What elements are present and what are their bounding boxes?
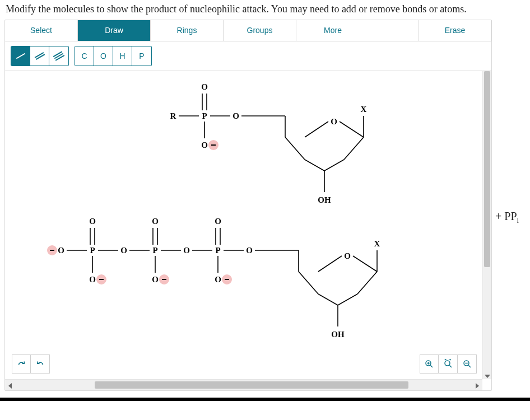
triple-bond-button[interactable] xyxy=(49,46,68,66)
page-footer-line xyxy=(0,398,530,401)
zoom-in-button[interactable] xyxy=(420,354,439,374)
canvas-area: R P O O O xyxy=(5,71,491,390)
single-bond-icon xyxy=(13,49,27,63)
svg-line-44 xyxy=(449,365,452,367)
negative-charge-icon xyxy=(208,140,218,150)
redo-icon xyxy=(16,359,26,369)
scroll-right-arrow-icon[interactable] xyxy=(476,383,479,389)
atom-o: O xyxy=(152,217,159,226)
atom-x: X xyxy=(374,239,380,248)
svg-line-40 xyxy=(430,365,433,367)
vertical-scrollbar[interactable] xyxy=(482,71,491,379)
atom-p: P xyxy=(202,111,207,120)
atom-o: O xyxy=(215,217,221,226)
ppi-text: PP xyxy=(504,210,517,222)
element-button-group: C O H P xyxy=(75,46,152,66)
negative-charge-icon xyxy=(96,274,106,284)
plus-sign: + xyxy=(495,210,504,222)
scroll-down-arrow-icon[interactable] xyxy=(485,375,490,378)
atom-o-neg: O xyxy=(89,275,96,284)
element-h-button[interactable]: H xyxy=(113,46,132,66)
svg-line-46 xyxy=(468,365,471,367)
redo-button[interactable] xyxy=(12,354,31,374)
tab-select[interactable]: Select xyxy=(5,20,78,41)
atom-o-ring: O xyxy=(331,117,337,126)
ppi-subscript: i xyxy=(517,216,519,225)
atom-o: O xyxy=(183,246,190,255)
molecule-svg: R P O O O xyxy=(5,71,481,374)
zoom-fit-icon xyxy=(443,359,453,369)
undo-button[interactable] xyxy=(31,354,50,374)
tab-groups[interactable]: Groups xyxy=(224,20,296,41)
element-p-button[interactable]: P xyxy=(132,46,151,66)
horizontal-scroll-thumb[interactable] xyxy=(95,381,408,389)
atom-o: O xyxy=(89,217,96,226)
tab-draw[interactable]: Draw xyxy=(78,20,151,41)
zoom-fit-button[interactable] xyxy=(439,354,458,374)
atom-o-neg: O xyxy=(215,275,221,284)
molecule-editor-panel: Select Draw Rings Groups More Erase xyxy=(4,20,492,391)
atom-x: X xyxy=(361,105,367,114)
atom-oh: OH xyxy=(318,195,331,204)
tab-erase[interactable]: Erase xyxy=(419,20,491,41)
element-c-button[interactable]: C xyxy=(75,46,94,66)
triple-bond-icon xyxy=(52,49,66,63)
undo-icon xyxy=(35,359,45,369)
atom-p: P xyxy=(215,246,220,255)
atom-o-ring: O xyxy=(344,251,351,260)
atom-r: R xyxy=(170,111,176,120)
molecule-top[interactable]: R P O O O xyxy=(170,82,367,204)
atom-o-neg: O xyxy=(152,275,159,284)
instruction-text: Modify the molecules to show the product… xyxy=(6,3,526,15)
scroll-left-arrow-icon[interactable] xyxy=(8,383,12,389)
zoom-out-button[interactable] xyxy=(458,354,477,374)
zoom-in-icon xyxy=(424,359,434,369)
zoom-button-group xyxy=(420,354,477,374)
sugar-ring xyxy=(275,247,377,326)
atom-o: O xyxy=(201,82,208,91)
element-o-button[interactable]: O xyxy=(94,46,113,66)
svg-point-43 xyxy=(445,361,450,366)
atom-p: P xyxy=(90,246,95,255)
draw-tool-row: C O H P xyxy=(5,41,491,71)
negative-charge-icon xyxy=(47,245,57,255)
side-product-label: + PPi xyxy=(495,210,519,225)
bond-button-group xyxy=(11,46,69,66)
tab-spacer xyxy=(369,20,419,41)
double-bond-button[interactable] xyxy=(30,46,49,66)
molecule-bottom[interactable]: O P O O O xyxy=(47,217,380,339)
canvas[interactable]: R P O O O xyxy=(5,71,482,379)
atom-o-neg: O xyxy=(201,141,208,150)
atom-o: O xyxy=(246,246,253,255)
horizontal-scrollbar[interactable] xyxy=(5,379,482,390)
double-bond-icon xyxy=(32,49,47,63)
tab-rings[interactable]: Rings xyxy=(151,20,224,41)
tool-tab-row: Select Draw Rings Groups More Erase xyxy=(5,20,491,41)
negative-charge-icon xyxy=(222,274,232,284)
vertical-scroll-thumb[interactable] xyxy=(484,71,490,267)
history-button-group xyxy=(12,354,50,374)
atom-o: O xyxy=(58,246,64,255)
atom-oh: OH xyxy=(331,330,345,339)
tab-more[interactable]: More xyxy=(296,20,369,41)
atom-p: P xyxy=(152,246,157,255)
atom-o: O xyxy=(233,111,239,120)
zoom-out-icon xyxy=(462,359,472,369)
atom-o: O xyxy=(120,246,127,255)
sugar-ring xyxy=(262,113,364,192)
negative-charge-icon xyxy=(159,274,169,284)
single-bond-button[interactable] xyxy=(11,46,30,66)
